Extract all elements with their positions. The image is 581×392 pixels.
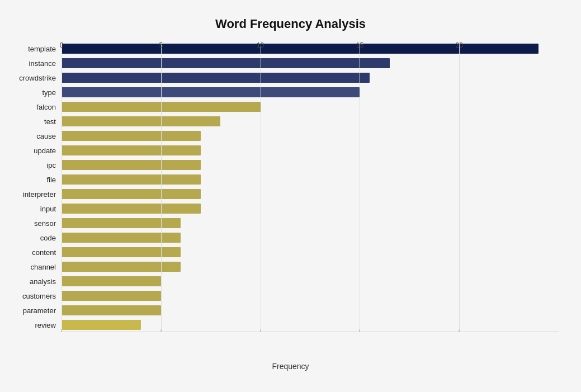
bar-track bbox=[62, 87, 559, 97]
bar-label: template bbox=[6, 45, 62, 53]
x-tick-label: 0 bbox=[60, 41, 64, 49]
bar-row: template bbox=[62, 41, 559, 56]
x-tick-mark bbox=[360, 329, 360, 332]
bar-track bbox=[62, 218, 559, 228]
bar-row: file bbox=[62, 172, 559, 187]
bar-track bbox=[62, 58, 559, 68]
x-tick-mark bbox=[260, 329, 261, 332]
x-axis-label: Frequency bbox=[22, 362, 559, 371]
grid-line bbox=[62, 41, 62, 332]
chart-container: Word Frequency Analysis templateinstance… bbox=[0, 0, 581, 392]
bar-row: customers bbox=[62, 289, 559, 303]
bar-label: type bbox=[6, 88, 62, 97]
bar-track bbox=[62, 160, 559, 170]
bar-fill bbox=[62, 189, 201, 199]
bar-track bbox=[62, 247, 559, 257]
bar-row: sensor bbox=[62, 216, 559, 230]
bar-row: ipc bbox=[62, 158, 559, 172]
bar-fill bbox=[62, 131, 201, 141]
bar-label: test bbox=[6, 117, 62, 126]
bar-fill bbox=[62, 145, 201, 155]
bar-fill bbox=[62, 87, 360, 97]
bar-track bbox=[62, 116, 559, 126]
chart-title: Word Frequency Analysis bbox=[22, 17, 559, 31]
bar-track bbox=[62, 262, 559, 272]
bar-track bbox=[62, 233, 559, 243]
x-axis bbox=[62, 332, 559, 332]
grid-line bbox=[459, 41, 460, 332]
bar-fill bbox=[62, 233, 181, 243]
bar-track bbox=[62, 44, 559, 54]
bar-label: analysis bbox=[6, 277, 62, 286]
bar-track bbox=[62, 145, 559, 155]
bars-container: templateinstancecrowdstriketypefalcontes… bbox=[62, 41, 559, 332]
bar-row: code bbox=[62, 230, 559, 245]
bar-label: file bbox=[6, 176, 62, 184]
bar-label: falcon bbox=[6, 103, 62, 111]
x-tick-label: 10 bbox=[257, 41, 264, 49]
bar-track bbox=[62, 305, 559, 315]
bar-track bbox=[62, 276, 559, 286]
bar-track bbox=[62, 174, 559, 185]
bar-fill bbox=[62, 160, 201, 170]
bar-fill bbox=[62, 204, 201, 214]
bar-fill bbox=[62, 44, 539, 54]
bar-label: instance bbox=[6, 59, 62, 68]
bar-fill bbox=[62, 58, 390, 68]
bar-row: cause bbox=[62, 129, 559, 143]
x-tick-mark bbox=[62, 329, 62, 332]
bar-fill bbox=[62, 291, 161, 301]
grid-line bbox=[360, 41, 360, 332]
bar-track bbox=[62, 102, 559, 112]
bar-track bbox=[62, 73, 559, 83]
bar-track bbox=[62, 320, 559, 330]
bar-label: content bbox=[6, 248, 62, 257]
bar-row: interpreter bbox=[62, 187, 559, 201]
bar-row: instance bbox=[62, 56, 559, 70]
bar-label: sensor bbox=[6, 219, 62, 228]
bar-label: code bbox=[6, 234, 62, 242]
bar-fill bbox=[62, 174, 201, 185]
bar-row: crowdstrike bbox=[62, 70, 559, 85]
bar-fill bbox=[62, 218, 181, 228]
bar-row: content bbox=[62, 245, 559, 259]
grid-line bbox=[161, 41, 162, 332]
bar-label: review bbox=[6, 321, 62, 329]
bar-fill bbox=[62, 320, 141, 330]
bar-fill bbox=[62, 247, 181, 257]
x-tick-mark bbox=[160, 329, 161, 332]
x-tick-label: 5 bbox=[159, 41, 163, 49]
bar-track bbox=[62, 291, 559, 301]
bar-track bbox=[62, 204, 559, 214]
bar-fill bbox=[62, 73, 370, 83]
bar-fill bbox=[62, 262, 181, 272]
bar-label: interpreter bbox=[6, 190, 62, 199]
bar-label: customers bbox=[6, 292, 62, 300]
bar-label: parameter bbox=[6, 306, 62, 315]
bar-label: update bbox=[6, 147, 62, 155]
bar-label: cause bbox=[6, 132, 62, 140]
bar-row: channel bbox=[62, 259, 559, 274]
x-tick-mark bbox=[459, 329, 460, 332]
bar-row: falcon bbox=[62, 100, 559, 114]
bar-row: review bbox=[62, 318, 559, 332]
x-tick-label: 15 bbox=[356, 41, 363, 49]
bar-track bbox=[62, 189, 559, 199]
bar-row: update bbox=[62, 143, 559, 158]
bar-label: channel bbox=[6, 263, 62, 271]
bar-track bbox=[62, 131, 559, 141]
bar-row: input bbox=[62, 201, 559, 216]
bar-fill bbox=[62, 116, 220, 126]
bar-label: ipc bbox=[6, 161, 62, 169]
bar-row: parameter bbox=[62, 303, 559, 318]
bar-row: test bbox=[62, 114, 559, 129]
bar-row: analysis bbox=[62, 274, 559, 289]
bar-label: crowdstrike bbox=[6, 74, 62, 82]
bar-label: input bbox=[6, 205, 62, 213]
chart-area: templateinstancecrowdstriketypefalcontes… bbox=[62, 41, 559, 360]
bar-fill bbox=[62, 305, 161, 315]
x-tick-label: 20 bbox=[456, 41, 463, 49]
grid-line bbox=[261, 41, 261, 332]
bar-fill bbox=[62, 276, 161, 286]
bar-row: type bbox=[62, 85, 559, 100]
